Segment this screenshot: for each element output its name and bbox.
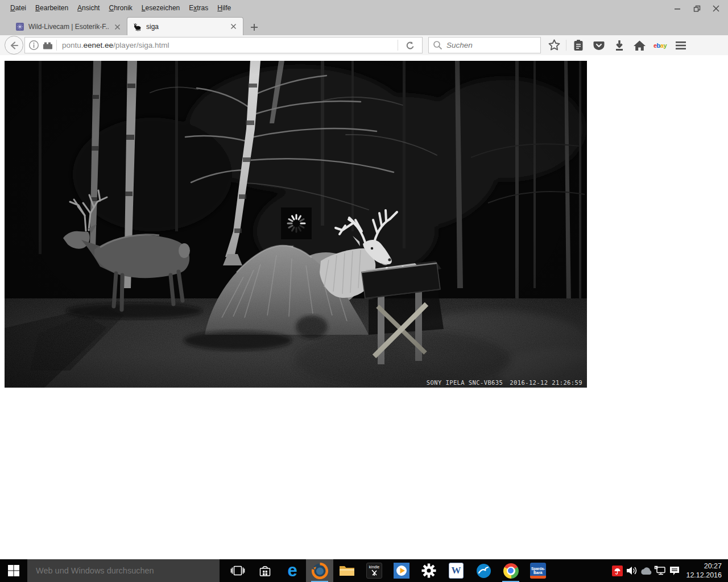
- url-subdomain: pontu.: [62, 41, 84, 49]
- gear-icon: [421, 563, 436, 578]
- search-icon: [433, 40, 442, 50]
- menu-hilfe[interactable]: Hilfe: [213, 2, 235, 14]
- reading-list-button[interactable]: [569, 36, 587, 54]
- downloads-button[interactable]: [610, 36, 628, 54]
- search-input[interactable]: [445, 40, 536, 50]
- onedrive-button[interactable]: [639, 559, 653, 582]
- ebay-button[interactable]: ebay: [651, 36, 669, 54]
- action-center-button[interactable]: [667, 559, 681, 582]
- clipboard-icon: [572, 39, 585, 52]
- clock-date: 12.12.2016: [686, 571, 722, 580]
- bookmark-star-button[interactable]: [545, 36, 563, 54]
- taskbar-clock[interactable]: 20:27 12.12.2016: [681, 562, 728, 580]
- openoffice-icon: [476, 563, 491, 579]
- network-button[interactable]: [653, 559, 667, 582]
- clock-time: 20:27: [704, 562, 722, 571]
- firefox-button[interactable]: [306, 559, 333, 582]
- camera-model: SONY IPELA SNC-VB635: [427, 379, 503, 386]
- volume-button[interactable]: [624, 559, 639, 582]
- edge-button[interactable]: e: [279, 559, 306, 582]
- page-info-icon[interactable]: [28, 40, 39, 51]
- explorer-button[interactable]: [333, 559, 361, 582]
- ebay-letter: y: [663, 42, 667, 49]
- folder-icon: [339, 564, 355, 577]
- divider: [566, 40, 566, 51]
- star-icon: [547, 38, 561, 52]
- browser-chrome: DateiBearbeitenAnsichtChronikLesezeichen…: [0, 0, 728, 55]
- sparda-label-1: Sparda-: [531, 567, 545, 571]
- avira-tray-button[interactable]: [610, 559, 624, 582]
- close-icon: [114, 24, 121, 30]
- sparda-label-2: Bank: [533, 571, 543, 575]
- sparda-bank-icon: Sparda- Bank: [530, 563, 546, 579]
- screen: DateiBearbeitenAnsichtChronikLesezeichen…: [0, 0, 728, 582]
- menu-lesezeichen[interactable]: Lesezeichen: [137, 2, 184, 14]
- windows-logo-icon: [7, 564, 20, 577]
- reload-button[interactable]: [401, 36, 419, 54]
- minimize-button[interactable]: [668, 1, 687, 16]
- kindle-button[interactable]: kindle: [361, 559, 388, 582]
- home-button[interactable]: [631, 36, 648, 54]
- back-arrow-icon: [9, 40, 20, 51]
- network-monitor-icon: [654, 566, 666, 576]
- settings-button[interactable]: [415, 559, 442, 582]
- navigation-toolbar: pontu.eenet.ee/player/siga.html: [0, 35, 728, 55]
- menu-button[interactable]: [672, 36, 689, 54]
- word-button[interactable]: W: [442, 559, 470, 582]
- url-text: pontu.eenet.ee/player/siga.html: [62, 41, 395, 49]
- chrome-button[interactable]: [497, 559, 524, 582]
- esoterik-forum-favicon: [15, 22, 24, 31]
- toolbar-buttons: ebay: [545, 36, 689, 54]
- windows-store-button[interactable]: [251, 559, 279, 582]
- menu-ansicht[interactable]: Ansicht: [73, 2, 104, 14]
- menu-datei[interactable]: Datei: [6, 2, 31, 14]
- speaker-icon: [626, 566, 638, 576]
- window-controls: [668, 1, 726, 16]
- minimize-icon: [674, 5, 681, 12]
- tab-close-button[interactable]: [229, 22, 238, 31]
- tab-siga[interactable]: siga: [127, 17, 243, 35]
- task-view-button[interactable]: [224, 559, 251, 582]
- menu-extras[interactable]: Extras: [184, 2, 213, 14]
- url-domain: eenet.ee: [84, 41, 114, 49]
- tab-wild-livecam[interactable]: Wild-Livecam | Esoterik-F...: [10, 18, 127, 35]
- word-letter: W: [452, 565, 461, 576]
- url-path: /player/siga.html: [113, 41, 169, 49]
- new-tab-button[interactable]: [246, 19, 263, 35]
- chrome-icon: [503, 563, 519, 579]
- tab-title: siga: [146, 23, 225, 31]
- close-button[interactable]: [706, 1, 726, 16]
- notification-icon: [669, 566, 680, 576]
- avira-umbrella-icon: [612, 566, 623, 576]
- url-bar[interactable]: pontu.eenet.ee/player/siga.html: [24, 37, 423, 53]
- pocket-icon: [592, 39, 606, 52]
- close-icon: [713, 5, 719, 12]
- reload-icon: [404, 40, 416, 51]
- task-view-icon: [230, 563, 245, 578]
- taskbar-search-input[interactable]: [35, 566, 220, 576]
- camera-timestamp: 2016-12-12 21:26:59: [510, 379, 582, 386]
- menu-bearbeiten[interactable]: Bearbeiten: [31, 2, 73, 14]
- firefox-icon: [312, 563, 328, 579]
- vignette: [5, 61, 587, 388]
- start-button[interactable]: [0, 559, 27, 582]
- edge-icon: e: [287, 563, 297, 579]
- back-button[interactable]: [5, 36, 23, 55]
- plugin-brick-icon[interactable]: [42, 40, 53, 51]
- store-bag-icon: [258, 563, 272, 578]
- movies-app-button[interactable]: [388, 559, 415, 582]
- openoffice-button[interactable]: [470, 559, 497, 582]
- close-icon: [230, 23, 237, 30]
- menu-chronik[interactable]: Chronik: [104, 2, 136, 14]
- home-icon: [632, 39, 647, 52]
- tab-close-button[interactable]: [113, 22, 122, 31]
- movies-icon: [394, 563, 410, 579]
- sparda-bank-button[interactable]: Sparda- Bank: [524, 559, 552, 582]
- search-bar[interactable]: [428, 37, 541, 53]
- taskbar-search[interactable]: [27, 559, 220, 582]
- restore-button[interactable]: [687, 1, 706, 16]
- pocket-button[interactable]: [590, 36, 607, 54]
- system-tray: 20:27 12.12.2016: [610, 559, 728, 582]
- divider: [56, 40, 57, 51]
- windows-taskbar: e kindle: [0, 559, 728, 582]
